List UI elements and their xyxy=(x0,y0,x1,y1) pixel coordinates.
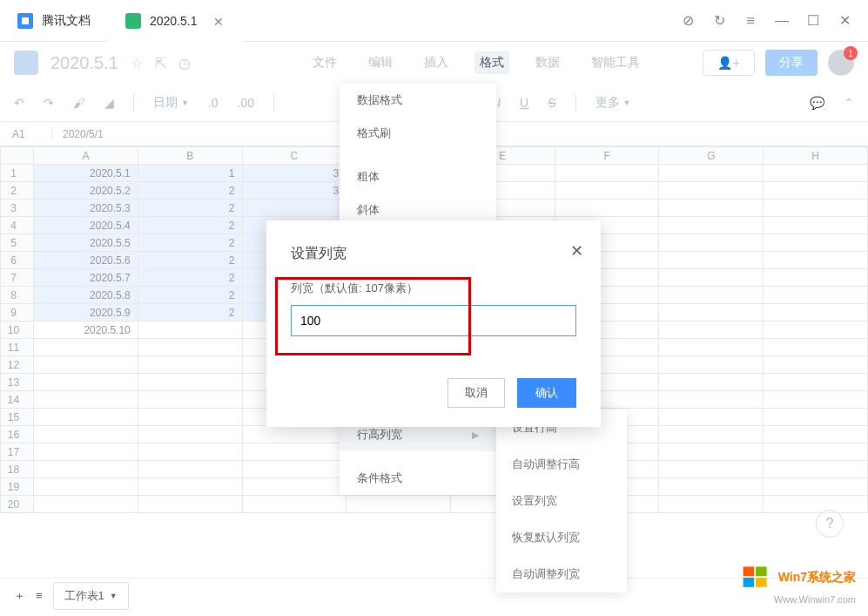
cell[interactable] xyxy=(764,234,868,252)
submenu-auto-row-height[interactable]: 自动调整行高 xyxy=(496,446,627,483)
cell[interactable] xyxy=(242,443,347,461)
star-icon[interactable]: ☆ xyxy=(131,55,143,71)
row-header[interactable]: 16 xyxy=(1,426,34,443)
comment-icon[interactable]: 💬 xyxy=(810,96,824,110)
col-header[interactable]: C xyxy=(242,147,347,165)
cell[interactable] xyxy=(764,269,868,287)
cell[interactable]: 3 xyxy=(242,165,347,182)
cell[interactable] xyxy=(659,287,764,304)
cell[interactable] xyxy=(34,409,138,426)
close-window-icon[interactable]: ✕ xyxy=(837,13,852,29)
invite-button[interactable]: 👤+ xyxy=(703,50,755,76)
cell[interactable] xyxy=(659,322,764,339)
redo-icon[interactable]: ↷ xyxy=(44,96,54,110)
cell[interactable] xyxy=(764,322,868,339)
maximize-icon[interactable]: ☐ xyxy=(805,13,821,29)
row-header[interactable]: 2 xyxy=(1,182,34,200)
row-header[interactable]: 4 xyxy=(1,217,34,234)
history-icon[interactable]: ◷ xyxy=(178,55,191,71)
row-header[interactable]: 10 xyxy=(1,322,34,339)
col-header[interactable]: H xyxy=(764,147,868,165)
row-header[interactable]: 3 xyxy=(1,200,34,217)
submenu-auto-col-width[interactable]: 自动调整列宽 xyxy=(496,556,627,592)
cell[interactable] xyxy=(242,200,347,217)
cell[interactable] xyxy=(764,339,868,356)
row-header[interactable]: 11 xyxy=(1,339,34,356)
cell[interactable] xyxy=(555,182,659,200)
cell[interactable] xyxy=(659,356,764,374)
collapse-icon[interactable]: ⌃ xyxy=(844,96,854,110)
cell[interactable]: 2020.5.5 xyxy=(34,234,138,252)
tab-current-doc[interactable]: 2020.5.1 ✕ xyxy=(108,0,243,42)
cell[interactable] xyxy=(659,182,764,200)
share-button[interactable]: 分享 xyxy=(765,50,818,76)
cell[interactable] xyxy=(764,304,868,322)
col-header[interactable]: B xyxy=(138,147,242,165)
close-icon[interactable]: ✕ xyxy=(570,241,583,261)
row-header[interactable]: 17 xyxy=(1,443,34,461)
cell[interactable] xyxy=(659,478,764,496)
corner-cell[interactable] xyxy=(1,147,34,165)
cell[interactable] xyxy=(138,322,242,339)
cell[interactable]: 2 xyxy=(138,287,242,304)
cell[interactable] xyxy=(659,269,764,287)
cell[interactable]: 3 xyxy=(242,182,347,200)
underline-button[interactable]: U xyxy=(520,96,528,110)
tab-tencent-docs[interactable]: 腾讯文档 xyxy=(0,0,108,42)
number-format-dropdown[interactable]: 日期 ▼ xyxy=(153,95,189,111)
cell[interactable]: 2 xyxy=(138,182,242,200)
row-header[interactable]: 19 xyxy=(1,478,34,496)
cell[interactable] xyxy=(659,234,764,252)
cell[interactable] xyxy=(138,391,242,409)
cell[interactable] xyxy=(659,496,764,513)
increase-decimal-button[interactable]: .00 xyxy=(238,96,254,110)
cell[interactable] xyxy=(34,426,138,443)
row-header[interactable]: 8 xyxy=(1,287,34,304)
cell[interactable] xyxy=(764,356,868,374)
avatar[interactable]: 1 xyxy=(828,50,854,76)
cell[interactable] xyxy=(659,391,764,409)
sync-icon[interactable]: ⊘ xyxy=(680,13,696,29)
cell[interactable]: 2020.5.8 xyxy=(34,287,138,304)
menu-item-conditional[interactable]: 条件格式 xyxy=(340,462,496,495)
cell[interactable] xyxy=(555,165,659,182)
italic-button[interactable]: I xyxy=(497,96,501,110)
col-header[interactable]: F xyxy=(555,147,659,165)
cell[interactable]: 2020.5.10 xyxy=(34,322,138,339)
cell[interactable] xyxy=(764,461,868,478)
cell[interactable] xyxy=(34,496,138,513)
cell-reference[interactable]: A1 xyxy=(0,128,52,140)
cancel-button[interactable]: 取消 xyxy=(447,378,505,408)
cell[interactable] xyxy=(659,200,764,217)
cell[interactable]: 2020.5.4 xyxy=(34,217,138,234)
submenu-set-col-width[interactable]: 设置列宽 xyxy=(496,483,627,519)
help-button[interactable]: ? xyxy=(816,510,844,538)
cell[interactable]: 2 xyxy=(138,217,242,234)
menu-icon[interactable]: ≡ xyxy=(743,13,758,29)
col-header[interactable]: G xyxy=(659,147,764,165)
cell[interactable] xyxy=(659,374,764,391)
cell[interactable]: 2020.5.7 xyxy=(34,269,138,287)
cell[interactable]: 2020.5.1 xyxy=(34,165,138,182)
cell[interactable]: 2020.5.3 xyxy=(34,200,138,217)
cell[interactable] xyxy=(764,426,868,443)
cell[interactable] xyxy=(347,496,451,513)
submenu-reset-col-width[interactable]: 恢复默认列宽 xyxy=(496,519,627,556)
ok-button[interactable]: 确认 xyxy=(517,378,576,408)
menu-data[interactable]: 数据 xyxy=(530,51,565,74)
cell[interactable] xyxy=(34,443,138,461)
row-header[interactable]: 1 xyxy=(1,165,34,182)
minimize-icon[interactable]: — xyxy=(774,13,790,29)
row-header[interactable]: 7 xyxy=(1,269,34,287)
row-header[interactable]: 20 xyxy=(1,496,34,513)
cell[interactable] xyxy=(659,165,764,182)
strike-button[interactable]: S xyxy=(548,96,555,110)
cell[interactable] xyxy=(659,426,764,443)
menu-format[interactable]: 格式 xyxy=(474,51,509,74)
cell[interactable] xyxy=(659,252,764,269)
cell[interactable]: 2020.5.2 xyxy=(34,182,138,200)
menu-smart-tools[interactable]: 智能工具 xyxy=(586,51,645,74)
cell[interactable] xyxy=(764,374,868,391)
row-header[interactable]: 13 xyxy=(1,374,34,391)
cell[interactable] xyxy=(659,443,764,461)
